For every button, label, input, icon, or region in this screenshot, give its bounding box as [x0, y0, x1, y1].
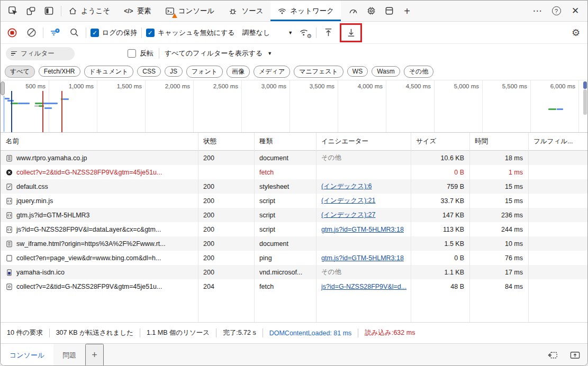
filter-chip-6[interactable]: 画像: [227, 66, 250, 78]
filter-chip-0[interactable]: すべて: [5, 66, 35, 78]
overview-scrollbar-thumb[interactable]: [1, 81, 5, 95]
timeline-gridline: [193, 80, 194, 132]
column-separator[interactable]: [254, 133, 255, 322]
column-separator[interactable]: [411, 133, 411, 322]
column-separator[interactable]: [469, 133, 470, 322]
invert-checkbox[interactable]: [128, 49, 136, 58]
add-tools-button[interactable]: +: [399, 3, 415, 19]
statusbar-separator: [140, 328, 140, 337]
network-settings-button[interactable]: ⚙: [568, 25, 583, 40]
table-row[interactable]: collect?en=page_view&dr=www.bing.com&dl=…: [1, 251, 587, 265]
tab-console-label: コンソール: [178, 6, 215, 16]
table-row[interactable]: yamaha-isdn.ico200vnd.microsof...その他1.1 …: [1, 265, 587, 279]
table-row[interactable]: collect?v=2&tid=G-NZSS28FP9V&gtm=45je51u…: [1, 165, 587, 179]
initiator-link[interactable]: gtm.js?id=GTM-5HLMR3:18: [321, 254, 404, 262]
filter-input-pill[interactable]: [6, 47, 75, 60]
request-size: 0 B: [411, 169, 469, 176]
toggle-filter-bar-button[interactable]: [48, 25, 62, 40]
column-header-2[interactable]: 種類: [254, 137, 316, 146]
initiator-link[interactable]: gtm.js?id=GTM-5HLMR3:18: [321, 226, 404, 233]
column-separator[interactable]: [528, 133, 529, 322]
initiator-link[interactable]: (インデックス):21: [321, 197, 375, 204]
tab-welcome[interactable]: ようこそ: [61, 1, 117, 21]
filter-chip-8[interactable]: マニフェスト: [294, 66, 343, 78]
table-row[interactable]: default.css200stylesheet(インデックス):6759 B1…: [1, 179, 587, 194]
initiator-link[interactable]: (インデックス):27: [321, 211, 375, 218]
tab-console[interactable]: コンソール: [158, 1, 222, 21]
show-all-filters-dropdown[interactable]: すべてのフィルターを表示する ▼: [165, 49, 272, 58]
tab-network[interactable]: ネットワーク: [270, 1, 341, 21]
record-network-log-button[interactable]: [5, 25, 20, 40]
column-header-6[interactable]: フルフィル...: [528, 137, 587, 146]
disable-cache-checkbox[interactable]: ✓: [146, 29, 155, 37]
throttling-select[interactable]: 調整なし ▼: [242, 28, 293, 38]
undock-drawer-button[interactable]: [545, 348, 560, 363]
request-status: 200: [198, 197, 254, 205]
more-options-button[interactable]: ⋯: [529, 3, 545, 19]
filter-chip-9[interactable]: WS: [347, 66, 368, 77]
filter-chip-10[interactable]: Wasm: [372, 66, 400, 77]
column-separator[interactable]: [198, 133, 198, 322]
export-har-button[interactable]: [343, 25, 358, 40]
column-header-1[interactable]: 状態: [198, 137, 254, 146]
filter-chip-7[interactable]: メディア: [254, 66, 290, 78]
column-header-5[interactable]: 時間: [469, 137, 528, 146]
column-header-0[interactable]: 名前: [1, 137, 198, 146]
filter-chip-5[interactable]: フォント: [186, 66, 223, 78]
filter-chip-4[interactable]: JS: [165, 66, 183, 77]
expand-drawer-button[interactable]: [567, 348, 582, 363]
mini-scrollbar-top[interactable]: [583, 81, 587, 89]
request-initiator: (インデックス):21: [316, 196, 411, 205]
invert-filter-control[interactable]: 反転: [128, 49, 153, 58]
mini-scrollbar-track[interactable]: [583, 89, 587, 115]
drawer-tab-console[interactable]: コンソール: [1, 344, 53, 366]
drawer-add-tab-button[interactable]: +: [85, 344, 104, 366]
filter-input[interactable]: [21, 50, 68, 57]
table-row[interactable]: sw_iframe.html?origin=https%3A%2F%2Fwww.…: [1, 236, 587, 251]
gauge-icon: [348, 6, 358, 16]
toolbar-separator: [141, 28, 142, 38]
initiator-link[interactable]: js?id=G-NZSS28FP9V&l=d...: [321, 283, 406, 290]
network-conditions-button[interactable]: ⚙: [297, 25, 312, 40]
network-overview-timeline[interactable]: 500 ms1,000 ms1,500 ms2,000 ms2,500 ms3,…: [1, 80, 587, 133]
search-network-button[interactable]: [67, 25, 82, 40]
memory-tool-button[interactable]: [363, 3, 379, 19]
help-button[interactable]: ?: [548, 3, 564, 19]
column-header-3[interactable]: イニシエーター: [316, 137, 411, 146]
filter-chip-2[interactable]: ドキュメント: [84, 66, 134, 78]
column-separator[interactable]: [316, 133, 316, 322]
filter-chip-3[interactable]: CSS: [137, 66, 161, 77]
tab-sources[interactable]: ソース: [221, 1, 270, 21]
table-row[interactable]: collect?v=2&tid=G-NZSS28FP9V&gtm=45je51u…: [1, 279, 587, 294]
import-har-button[interactable]: [321, 25, 336, 40]
filter-chip-1[interactable]: Fetch/XHR: [39, 66, 80, 77]
request-size: 147 KB: [411, 212, 469, 219]
table-row[interactable]: js?id=G-NZSS28FP9V&l=dataLayer&cx=c&gtm.…: [1, 222, 587, 236]
performance-tool-button[interactable]: [345, 3, 361, 19]
script-icon: [6, 226, 13, 233]
device-emulation-button[interactable]: [23, 3, 39, 19]
stylesheet-icon: [6, 183, 13, 190]
timeline-gridline: [530, 80, 531, 132]
inspect-element-button[interactable]: [5, 3, 21, 19]
close-devtools-button[interactable]: ✕: [567, 3, 583, 19]
table-row[interactable]: jquery.min.js200script(インデックス):2133.7 KB…: [1, 194, 587, 208]
drawer-tab-issues[interactable]: 問題: [53, 344, 85, 366]
request-status: 200: [198, 269, 254, 276]
request-name: collect?en=page_view&dr=www.bing.com&dl=…: [16, 254, 161, 262]
application-tool-button[interactable]: [381, 3, 397, 19]
tab-elements[interactable]: </> 要素: [117, 1, 158, 21]
request-status: 200: [198, 240, 254, 248]
initiator-link[interactable]: (インデックス):6: [321, 182, 372, 190]
clear-network-log-button[interactable]: [24, 25, 39, 40]
column-header-4[interactable]: サイズ: [411, 137, 469, 146]
table-row[interactable]: gtm.js?id=GTM-5HLMR3200script(インデックス):27…: [1, 208, 587, 222]
preserve-log-control[interactable]: ✓ ログの保持: [91, 28, 137, 38]
preserve-log-checkbox[interactable]: ✓: [91, 29, 99, 37]
filter-chip-11[interactable]: その他: [404, 66, 434, 78]
table-row[interactable]: www.rtpro.yamaha.co.jp200documentその他10.6…: [1, 151, 587, 165]
request-name: gtm.js?id=GTM-5HLMR3: [16, 212, 90, 219]
request-time: 17 ms: [469, 269, 528, 276]
disable-cache-control[interactable]: ✓ キャッシュを無効にする: [146, 28, 235, 38]
dock-location-button[interactable]: [41, 3, 57, 19]
